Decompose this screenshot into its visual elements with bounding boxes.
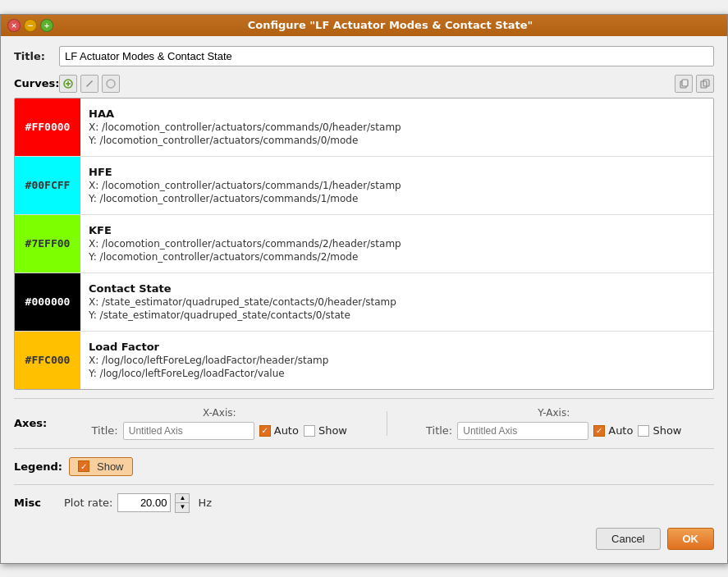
- curves-toolbar: [59, 75, 120, 93]
- curve-y-load: Y: /log/loco/leftForeLeg/loadFactor/valu…: [89, 368, 328, 379]
- axis-divider: [387, 411, 387, 436]
- svg-rect-5: [682, 80, 688, 86]
- plot-rate-down[interactable]: ▼: [176, 503, 189, 512]
- legend-show-label: Show: [97, 460, 124, 473]
- title-field-label: Title:: [14, 50, 59, 62]
- y-auto-label: Auto: [608, 424, 633, 437]
- dialog-content: Title: Curves:: [1, 36, 727, 563]
- divider-2: [14, 448, 714, 449]
- divider-3: [14, 484, 714, 485]
- curve-details-kfe: KFE X: /locomotion_controller/actuators/…: [80, 215, 410, 272]
- x-axis-group: X-Axis: Title: ✓ Auto Show: [59, 407, 380, 440]
- y-auto-checkbox-group: ✓ Auto: [593, 424, 633, 437]
- title-row: Title:: [14, 46, 714, 66]
- misc-section: Misc Plot rate: ▲ ▼ Hz: [14, 493, 714, 513]
- curve-color-haa[interactable]: #FF0000: [15, 98, 80, 156]
- curve-details-haa: HAA X: /locomotion_controller/actuators/…: [80, 98, 410, 156]
- legend-show-button[interactable]: ✓ Show: [69, 457, 133, 476]
- x-auto-checkbox-group: ✓ Auto: [259, 424, 299, 437]
- x-show-checkbox[interactable]: [304, 425, 315, 437]
- curve-item-kfe: #7EFF00 KFE X: /locomotion_controller/ac…: [15, 215, 713, 273]
- x-axis-controls: Title: ✓ Auto Show: [91, 422, 347, 440]
- y-show-checkbox[interactable]: [638, 425, 649, 437]
- curve-x-load: X: /log/loco/leftForeLeg/loadFactor/head…: [89, 355, 328, 366]
- titlebar: × − + Configure "LF Actuator Modes & Con…: [1, 15, 727, 36]
- legend-row: Legend: ✓ Show: [14, 457, 714, 476]
- curve-details-load: Load Factor X: /log/loco/leftForeLeg/loa…: [80, 332, 337, 389]
- add-curve-button[interactable]: [59, 75, 77, 93]
- curves-toolbar-right: [675, 75, 714, 93]
- misc-label: Misc: [14, 497, 59, 509]
- x-axis-title-input[interactable]: [123, 422, 254, 440]
- legend-show-checkbox[interactable]: ✓: [78, 460, 89, 472]
- x-show-checkbox-group: Show: [304, 424, 347, 437]
- title-input[interactable]: [59, 46, 714, 66]
- maximize-button[interactable]: +: [40, 19, 53, 32]
- curve-item-haa: #FF0000 HAA X: /locomotion_controller/ac…: [15, 98, 713, 157]
- curve-details-hfe: HFE X: /locomotion_controller/actuators/…: [80, 157, 410, 214]
- curve-x-hfe: X: /locomotion_controller/actuators/comm…: [89, 180, 401, 191]
- curve-color-kfe[interactable]: #7EFF00: [15, 215, 80, 272]
- curve-details-contact: Contact State X: /state_estimator/quadru…: [80, 273, 405, 331]
- dialog-window: × − + Configure "LF Actuator Modes & Con…: [0, 14, 728, 564]
- curve-item-hfe: #00FCFF HFE X: /locomotion_controller/ac…: [15, 157, 713, 215]
- y-axis-group-label: Y-Axis:: [531, 407, 576, 419]
- minimize-button[interactable]: −: [24, 19, 37, 32]
- curve-x-haa: X: /locomotion_controller/actuators/comm…: [89, 121, 401, 133]
- legend-section: Legend: ✓ Show: [14, 457, 714, 476]
- y-show-label: Show: [652, 424, 681, 437]
- curve-y-kfe: Y: /locomotion_controller/actuators/comm…: [89, 251, 401, 263]
- delete-curve-button[interactable]: [102, 75, 120, 93]
- y-auto-checkbox[interactable]: ✓: [593, 425, 605, 437]
- x-axis-title-label: Title:: [91, 424, 117, 437]
- edit-curve-button[interactable]: [80, 75, 98, 93]
- y-axis-title-input[interactable]: [457, 422, 588, 440]
- curve-name-haa: HAA: [89, 108, 401, 120]
- curve-y-contact: Y: /state_estimator/quadruped_state/cont…: [89, 309, 396, 321]
- copy-button-1[interactable]: [675, 75, 693, 93]
- legend-label: Legend:: [14, 460, 62, 473]
- y-axis-controls: Title: ✓ Auto Show: [426, 422, 682, 440]
- y-axis-title-label: Title:: [426, 424, 452, 437]
- curves-header: Curves:: [14, 75, 714, 93]
- svg-point-3: [107, 80, 115, 88]
- ok-button[interactable]: OK: [667, 528, 715, 550]
- close-button[interactable]: ×: [7, 19, 21, 32]
- cancel-button[interactable]: Cancel: [596, 528, 660, 550]
- axes-row: Axes: X-Axis: Title: ✓ Auto Show: [14, 407, 714, 440]
- x-axis-group-label: X-Axis:: [197, 407, 242, 419]
- curves-section: Curves:: [14, 75, 714, 390]
- curve-name-contact: Contact State: [89, 282, 396, 295]
- misc-row: Misc Plot rate: ▲ ▼ Hz: [14, 493, 714, 513]
- y-axis-group: Y-Axis: Title: ✓ Auto Show: [394, 407, 715, 440]
- dialog-buttons: Cancel OK: [14, 523, 714, 553]
- curve-color-load[interactable]: #FFC000: [15, 332, 80, 389]
- plot-rate-spinner: ▲ ▼: [175, 493, 190, 513]
- axes-section: Axes: X-Axis: Title: ✓ Auto Show: [14, 407, 714, 440]
- curve-name-load: Load Factor: [89, 341, 328, 353]
- plot-rate-up[interactable]: ▲: [176, 494, 189, 503]
- axes-label: Axes:: [14, 417, 59, 429]
- titlebar-buttons: × − +: [7, 19, 53, 32]
- curve-y-hfe: Y: /locomotion_controller/actuators/comm…: [89, 193, 401, 204]
- x-show-label: Show: [318, 424, 347, 437]
- curve-item-contact: #000000 Contact State X: /state_estimato…: [15, 273, 713, 332]
- curve-color-contact[interactable]: #000000: [15, 273, 80, 331]
- curve-color-hfe[interactable]: #00FCFF: [15, 157, 80, 214]
- window-title: Configure "LF Actuator Modes & Contact S…: [60, 19, 721, 31]
- x-auto-checkbox[interactable]: ✓: [259, 425, 271, 437]
- curve-name-kfe: KFE: [89, 224, 401, 236]
- copy-button-2[interactable]: [696, 75, 714, 93]
- divider-1: [14, 398, 714, 399]
- x-auto-label: Auto: [274, 424, 299, 437]
- curves-label: Curves:: [14, 77, 59, 89]
- curve-x-contact: X: /state_estimator/quadruped_state/cont…: [89, 296, 396, 308]
- curve-name-hfe: HFE: [89, 166, 401, 178]
- curve-y-haa: Y: /locomotion_controller/actuators/comm…: [89, 135, 401, 146]
- plot-rate-label: Plot rate:: [64, 497, 112, 509]
- plot-rate-unit: Hz: [198, 497, 212, 509]
- y-show-checkbox-group: Show: [638, 424, 681, 437]
- curve-x-kfe: X: /locomotion_controller/actuators/comm…: [89, 238, 401, 250]
- plot-rate-input[interactable]: [117, 493, 171, 512]
- curve-item-load: #FFC000 Load Factor X: /log/loco/leftFor…: [15, 332, 713, 389]
